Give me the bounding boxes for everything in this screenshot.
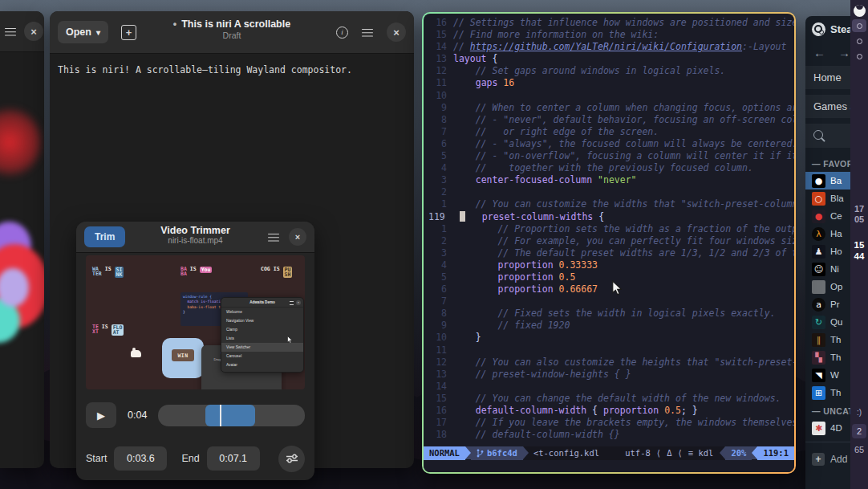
trimmer-filename: niri-is-float.mp4 bbox=[160, 236, 230, 245]
close-icon[interactable]: × bbox=[387, 22, 406, 42]
line-number: 5 bbox=[424, 271, 447, 283]
smiley-status: :) bbox=[857, 408, 862, 417]
editor-line: 6 // - "always", the focused column will… bbox=[424, 138, 794, 150]
game-label: Pr bbox=[830, 300, 840, 309]
game-icon: λ bbox=[812, 227, 825, 241]
editor-line: 10 } bbox=[424, 332, 794, 344]
line-number: 3 bbox=[424, 247, 447, 259]
line-number: 10 bbox=[424, 332, 447, 344]
close-icon[interactable]: × bbox=[24, 22, 43, 41]
cursor-position: 119:1 bbox=[757, 446, 794, 460]
line-number: 1 bbox=[424, 198, 447, 210]
editor-line: 8 // Fixed sets the width in logical pix… bbox=[424, 308, 794, 320]
line-number: 1 bbox=[424, 223, 447, 235]
plus-icon: + bbox=[812, 453, 825, 466]
text-editor-headerbar: Open ▾ + •This is niri A scrollable Draf… bbox=[50, 11, 414, 54]
game-label: Th bbox=[830, 352, 841, 362]
demo-menu-item[interactable]: Avatar bbox=[221, 361, 303, 369]
baba-rule: TE XTISFLO AT bbox=[92, 324, 124, 336]
game-label: Op bbox=[830, 282, 842, 291]
demo-menu-item[interactable]: Clamp bbox=[221, 325, 303, 334]
open-button-label: Open bbox=[66, 26, 91, 38]
demo-menu-item[interactable]: Carousel bbox=[221, 352, 303, 361]
moon-icon[interactable] bbox=[854, 5, 866, 17]
editor-line: 12 // Set gaps around windows in logical… bbox=[424, 65, 794, 77]
left-partial-window[interactable]: × bbox=[0, 11, 44, 468]
editor-line: 16 default-column-width { proportion 0.5… bbox=[424, 405, 794, 417]
separator-glyph: ⟨ bbox=[677, 446, 682, 460]
dock-number: 65 bbox=[854, 445, 864, 454]
line-number: 7 bbox=[424, 295, 447, 308]
editor-line: 1 // Proportion sets the width as a frac… bbox=[424, 223, 794, 235]
editor-line: 12 // You can also customize the heights… bbox=[424, 357, 794, 369]
dock-bar: 1705 1544 :) 2 65 bbox=[850, 0, 868, 489]
hamburger-icon[interactable] bbox=[362, 28, 373, 37]
play-button[interactable]: ▶ bbox=[86, 402, 116, 428]
game-icon: ♟ bbox=[812, 245, 825, 259]
workspace-dot[interactable] bbox=[852, 19, 866, 32]
line-number: 119 bbox=[424, 211, 453, 223]
editor-line: 4 // together with the previously focuse… bbox=[424, 162, 794, 174]
editor-buffer[interactable]: 16// Settings that influence how windows… bbox=[424, 14, 794, 446]
baba-sprite bbox=[131, 350, 141, 357]
trimmer-headerbar: Trim Video Trimmer niri-is-float.mp4 × bbox=[76, 222, 314, 253]
trimmer-title: Video Trimmer niri-is-float.mp4 bbox=[160, 225, 230, 245]
line-number: 8 bbox=[424, 308, 447, 320]
trim-button[interactable]: Trim bbox=[84, 226, 125, 247]
demo-menu-item[interactable]: View Switcher bbox=[221, 343, 303, 352]
playhead[interactable] bbox=[220, 405, 221, 426]
game-icon bbox=[812, 280, 825, 294]
line-number: 15 bbox=[424, 29, 447, 41]
video-trimmer-window[interactable]: Trim Video Trimmer niri-is-float.mp4 × w… bbox=[76, 222, 314, 480]
game-label: Ho bbox=[830, 247, 842, 256]
editor-line: 7 // or right edge of the screen. bbox=[424, 126, 794, 138]
back-icon[interactable]: ← bbox=[813, 46, 825, 59]
seek-bar[interactable] bbox=[158, 405, 305, 426]
trim-range-row: Start 0:03.6 End 0:07.1 bbox=[76, 439, 314, 478]
editor-text-content[interactable]: This is niri! A scrollable—tiling Waylan… bbox=[50, 54, 414, 86]
chevron-down-icon: ▾ bbox=[96, 28, 100, 37]
steam-app-name: Stea bbox=[830, 23, 852, 35]
baba-rule: WA TERISSI NK bbox=[92, 267, 124, 278]
editor-line: 13layout { bbox=[424, 53, 794, 65]
demo-menu-item[interactable]: Welcome bbox=[221, 308, 303, 316]
delta-icon: Δ bbox=[667, 446, 671, 460]
game-label: Th bbox=[830, 388, 841, 397]
forward-icon[interactable]: → bbox=[838, 46, 850, 59]
mini-close-icon: × bbox=[296, 300, 301, 305]
dock-badge[interactable]: 2 bbox=[852, 424, 866, 438]
close-icon[interactable]: × bbox=[289, 228, 306, 246]
line-number: 14 bbox=[424, 381, 447, 393]
statusline: NORMAL b6fc4d <t-config.kdl utf-8 ⟨ Δ bbox=[424, 446, 794, 460]
demo-menu-item[interactable]: Split Views bbox=[221, 369, 303, 373]
video-frame[interactable]: window-rule { match is-floating=true bab… bbox=[86, 255, 305, 389]
workspace-dots bbox=[852, 17, 866, 63]
demo-menu-item[interactable]: Navigation View bbox=[221, 316, 303, 325]
workspace-dot[interactable] bbox=[852, 35, 866, 47]
editor-line: 3 // The default preset widths are 1/3, … bbox=[424, 247, 794, 259]
seek-selection[interactable] bbox=[205, 405, 255, 426]
left-window-art-blob bbox=[0, 106, 42, 178]
search-icon bbox=[813, 130, 823, 140]
hamburger-icon[interactable] bbox=[5, 27, 16, 36]
editor-line: 5 proportion 0.5 bbox=[424, 271, 794, 283]
end-label: End bbox=[181, 453, 199, 464]
line-number: 2 bbox=[424, 186, 447, 198]
line-number: 18 bbox=[424, 429, 447, 441]
editor-line: 11 bbox=[424, 344, 794, 357]
line-number: 3 bbox=[424, 174, 447, 186]
end-time-field[interactable]: 0:07.1 bbox=[207, 446, 260, 471]
game-label: Ni bbox=[830, 264, 839, 274]
hamburger-icon[interactable] bbox=[268, 233, 279, 242]
start-time-field[interactable]: 0:03.6 bbox=[114, 446, 167, 471]
editor-line: 4 proportion 0.33333 bbox=[424, 259, 794, 271]
adjustments-button[interactable] bbox=[278, 446, 305, 472]
info-icon[interactable]: i bbox=[336, 26, 348, 39]
line-number: 17 bbox=[424, 417, 447, 429]
game-label: Bla bbox=[830, 194, 844, 203]
command-line[interactable] bbox=[424, 460, 794, 472]
workspace-dot[interactable] bbox=[852, 50, 866, 63]
vim-mode-indicator: NORMAL bbox=[424, 446, 465, 460]
nvim-window[interactable]: 16// Settings that influence how windows… bbox=[422, 12, 796, 474]
open-button[interactable]: Open ▾ bbox=[58, 21, 108, 43]
